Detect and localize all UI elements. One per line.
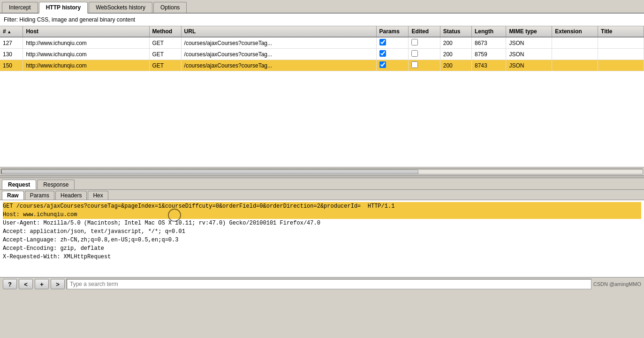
cell-edited: [409, 60, 440, 71]
watermark-label: CSDN @amingMMO: [593, 281, 641, 287]
cell-method: GET: [149, 60, 181, 71]
request-line-3: User-Agent: Mozilla/5.0 (Macintosh; Inte…: [3, 219, 641, 227]
top-tab-bar: Intercept HTTP history WebSockets histor…: [0, 0, 644, 14]
cell-extension: [552, 37, 598, 49]
params-checkbox[interactable]: [379, 50, 386, 57]
tab-intercept[interactable]: Intercept: [2, 2, 38, 13]
http-history-table: # Host Method URL Params Edited Status L…: [0, 26, 644, 71]
cell-url: /courses/ajaxCourses?courseTag...: [181, 60, 376, 71]
help-button[interactable]: ?: [3, 279, 17, 289]
filter-text: Filter: Hiding CSS, image and general bi…: [4, 16, 135, 23]
cell-mime: JSON: [506, 37, 552, 49]
col-num[interactable]: #: [0, 26, 23, 37]
col-mime[interactable]: MIME type: [506, 26, 552, 37]
req-res-tab-bar: Request Response: [0, 178, 644, 190]
forward-button[interactable]: +: [35, 279, 49, 289]
filter-bar: Filter: Hiding CSS, image and general bi…: [0, 14, 644, 26]
edited-checkbox[interactable]: [411, 50, 418, 57]
cell-params: [376, 49, 409, 60]
cell-edited: [409, 37, 440, 49]
next-button[interactable]: >: [51, 279, 65, 289]
cell-host: http://www.ichunqiu.com: [23, 37, 149, 49]
tab-headers[interactable]: Headers: [55, 191, 87, 200]
cell-status: 200: [440, 49, 471, 60]
request-line-6: Accept-Encoding: gzip, deflate: [3, 244, 641, 253]
cell-title: [598, 60, 644, 71]
scroll-track[interactable]: [1, 169, 643, 174]
cell-num: 130: [0, 49, 23, 60]
tab-options[interactable]: Options: [153, 2, 187, 13]
scroll-thumb[interactable]: [1, 170, 418, 174]
col-host[interactable]: Host: [23, 26, 149, 37]
sub-tab-bar: Raw Params Headers Hex: [0, 190, 644, 200]
col-method[interactable]: Method: [149, 26, 181, 37]
horizontal-scrollbar[interactable]: [0, 167, 644, 175]
cell-mime: JSON: [506, 49, 552, 60]
edited-checkbox[interactable]: [411, 39, 418, 45]
params-checkbox[interactable]: [379, 39, 386, 45]
cell-edited: [409, 49, 440, 60]
request-line-1: GET /courses/ajaxCourses?courseTag=&page…: [3, 202, 641, 210]
request-line-4: Accept: application/json, text/javascrip…: [3, 227, 641, 236]
cell-url: /courses/ajaxCourses?courseTag...: [181, 37, 376, 49]
cell-host: http://www.ichunqiu.com: [23, 60, 149, 71]
bottom-toolbar: ? < + > CSDN @amingMMO: [0, 277, 644, 291]
params-checkbox[interactable]: [379, 61, 386, 68]
tab-hex[interactable]: Hex: [88, 191, 108, 200]
cell-length: 8743: [471, 60, 506, 71]
http-history-table-area: # Host Method URL Params Edited Status L…: [0, 26, 644, 167]
cell-num: 127: [0, 37, 23, 49]
edited-checkbox[interactable]: [411, 61, 418, 68]
cell-status: 200: [440, 60, 471, 71]
request-content: GET /courses/ajaxCourses?courseTag=&page…: [0, 200, 644, 277]
col-length[interactable]: Length: [471, 26, 506, 37]
cell-length: 8673: [471, 37, 506, 49]
search-input[interactable]: [67, 279, 591, 289]
cell-title: [598, 49, 644, 60]
bottom-panel: Request Response Raw Params Headers Hex …: [0, 178, 644, 291]
cell-length: 8759: [471, 49, 506, 60]
cell-url: /courses/ajaxCourses?courseTag...: [181, 49, 376, 60]
tab-response[interactable]: Response: [37, 180, 75, 189]
tab-http-history[interactable]: HTTP history: [39, 2, 88, 14]
col-status[interactable]: Status: [440, 26, 471, 37]
cell-params: [376, 60, 409, 71]
col-params[interactable]: Params: [376, 26, 409, 37]
cell-host: http://www.ichunqiu.com: [23, 49, 149, 60]
request-line-5: Accept-Language: zh-CN,zh;q=0.8,en-US;q=…: [3, 236, 641, 244]
request-line-7: X-Requested-With: XMLHttpRequest: [3, 253, 641, 261]
col-extension[interactable]: Extension: [552, 26, 598, 37]
table-body: 127http://www.ichunqiu.comGET/courses/aj…: [0, 37, 644, 71]
cell-method: GET: [149, 37, 181, 49]
back-button[interactable]: <: [19, 279, 33, 289]
cell-method: GET: [149, 49, 181, 60]
col-url[interactable]: URL: [181, 26, 376, 37]
col-title[interactable]: Title: [598, 26, 644, 37]
cell-params: [376, 37, 409, 49]
cell-num: 150: [0, 60, 23, 71]
request-line-2: Host: www.ichunqiu.com: [3, 210, 641, 219]
cell-extension: [552, 60, 598, 71]
tab-websockets-history[interactable]: WebSockets history: [89, 2, 152, 13]
cell-mime: JSON: [506, 60, 552, 71]
tab-raw[interactable]: Raw: [2, 191, 24, 200]
table-row[interactable]: 127http://www.ichunqiu.comGET/courses/aj…: [0, 37, 644, 49]
col-edited[interactable]: Edited: [409, 26, 440, 37]
cell-extension: [552, 49, 598, 60]
table-row[interactable]: 150http://www.ichunqiu.comGET/courses/aj…: [0, 60, 644, 71]
cell-title: [598, 37, 644, 49]
cell-status: 200: [440, 37, 471, 49]
table-header-row: # Host Method URL Params Edited Status L…: [0, 26, 644, 37]
table-row[interactable]: 130http://www.ichunqiu.comGET/courses/aj…: [0, 49, 644, 60]
tab-request[interactable]: Request: [2, 180, 36, 189]
tab-params[interactable]: Params: [25, 191, 54, 200]
